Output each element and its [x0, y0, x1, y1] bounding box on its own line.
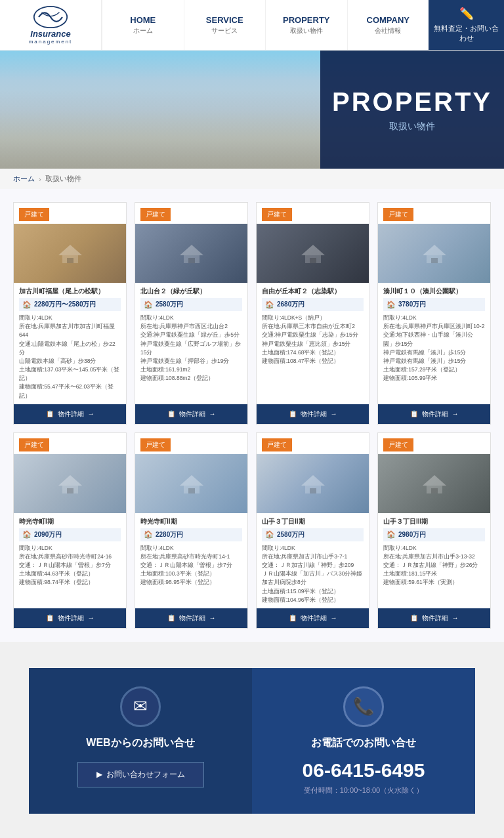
cta-button[interactable]: ✏️ 無料査定・お問い合わせ — [429, 0, 504, 50]
nav-item-property[interactable]: PROPERTY 取扱い物件 — [265, 0, 347, 50]
property-price-box: 🏠2280万円 — [140, 528, 242, 541]
arrow-right-icon: → — [331, 614, 337, 621]
property-desc: 間取り:4LDK 所在地:兵庫県高砂市時光寺町14-1 交通：ＪＲ山陽本線「曽根… — [140, 544, 242, 587]
list-icon: 📋 — [167, 410, 175, 417]
contact-web-title: WEBからのお問い合せ — [86, 736, 194, 750]
property-detail-button[interactable]: 📋物件詳細→ — [135, 608, 247, 628]
svg-marker-4 — [180, 245, 203, 255]
nav-item-service[interactable]: SERVICE サービス — [184, 0, 266, 50]
svg-rect-15 — [67, 488, 74, 493]
nav-en-service: SERVICE — [206, 15, 243, 25]
hero-overlay: PROPERTY 取扱い物件 — [320, 51, 504, 169]
breadcrumb-home[interactable]: ホーム — [13, 174, 35, 184]
list-icon: 📋 — [46, 410, 54, 417]
property-desc: 間取り:4LDK 所在地:兵庫県神戸市兵庫区湊川町10-2 交通:地下鉄西神・山… — [383, 314, 485, 383]
arrow-right-icon: → — [452, 410, 459, 417]
property-card: 戸建て北山台２（緑が丘駅）🏠2580万円間取り:4LDK 所在地:兵庫県神戸市西… — [135, 202, 248, 425]
property-price-box: 🏠2580万円 — [140, 298, 242, 311]
property-image — [257, 224, 369, 283]
contact-form-label: お問い合わせフォーム — [106, 769, 185, 780]
house-price-icon: 🏠 — [265, 530, 274, 539]
property-grid: 戸建て加古川町福屋（尾上の松駅）🏠2280万円〜2580万円間取り:4LDK 所… — [13, 202, 491, 629]
arrow-icon: ▶ — [96, 770, 102, 779]
house-price-icon: 🏠 — [22, 301, 32, 309]
svg-marker-1 — [58, 245, 82, 255]
property-badge: 戸建て — [262, 208, 292, 221]
svg-rect-6 — [188, 258, 195, 263]
arrow-right-icon: → — [88, 410, 94, 417]
property-price: 2980万円 — [398, 530, 426, 539]
property-title: 山手３丁目II期 — [262, 517, 364, 526]
property-detail-button[interactable]: 📋物件詳細→ — [14, 608, 126, 628]
property-card: 戸建て加古川町福屋（尾上の松駅）🏠2280万円〜2580万円間取り:4LDK 所… — [13, 202, 127, 425]
property-image — [14, 224, 126, 283]
property-price: 2280万円 — [156, 530, 183, 539]
detail-label: 物件詳細 — [301, 409, 327, 419]
list-icon: 📋 — [289, 410, 297, 417]
property-card-body: 山手３丁目II期🏠2580万円間取り:4LDK 所在地:兵庫県加古川市山手3-7… — [257, 513, 369, 608]
arrow-right-icon: → — [209, 410, 216, 417]
breadcrumb-current: 取扱い物件 — [45, 174, 81, 184]
svg-marker-22 — [423, 475, 446, 486]
property-detail-button[interactable]: 📋物件詳細→ — [14, 404, 126, 424]
property-price: 2280万円〜2580万円 — [34, 300, 96, 309]
logo-icon — [31, 5, 70, 29]
hero-en: PROPERTY — [332, 87, 492, 117]
nav-ja-company: 会社情報 — [375, 26, 401, 35]
breadcrumb-separator: › — [39, 175, 41, 183]
cta-label: 無料査定・お問い合わせ — [434, 24, 499, 44]
svg-marker-7 — [301, 245, 325, 255]
nav-item-home[interactable]: HOME ホーム — [102, 0, 184, 50]
property-image — [14, 454, 126, 513]
detail-label: 物件詳細 — [301, 614, 327, 623]
nav-en-property: PROPERTY — [283, 15, 330, 25]
property-title: 加古川町福屋（尾上の松駅） — [19, 287, 121, 295]
detail-label: 物件詳細 — [58, 614, 84, 623]
logo-area: Insurance management — [0, 0, 102, 50]
nav-ja-property: 取扱い物件 — [290, 26, 323, 35]
property-title: 山手３丁目III期 — [383, 517, 485, 526]
property-image — [378, 454, 490, 513]
property-detail-button[interactable]: 📋物件詳細→ — [378, 404, 490, 424]
property-price-box: 🏠3780万円 — [383, 298, 485, 311]
property-desc: 間取り:4LDK 所在地:兵庫県加古川市加古川町福屋644 交通:山陽電鉄本線「… — [19, 314, 121, 400]
property-price: 2580万円 — [156, 300, 183, 309]
contact-web-box: ✉ WEBからのお問い合せ ▶ お問い合わせフォーム — [29, 668, 252, 814]
property-card-body: 時光寺町I期🏠2090万円間取り:4LDK 所在地:兵庫県高砂市時光寺町24-1… — [14, 513, 126, 608]
logo-sub: management — [29, 39, 73, 45]
svg-marker-13 — [58, 475, 82, 486]
contact-form-button[interactable]: ▶ お問い合わせフォーム — [77, 762, 204, 787]
nav-ja-service: サービス — [211, 26, 238, 35]
nav-item-company[interactable]: COMPANY 会社情報 — [347, 0, 429, 50]
property-detail-button[interactable]: 📋物件詳細→ — [257, 404, 369, 424]
main-nav: HOME ホーム SERVICE サービス PROPERTY 取扱い物件 COM… — [102, 0, 429, 50]
nav-en-company: COMPANY — [367, 15, 410, 25]
property-desc: 間取り:4LDK 所在地:兵庫県神戸市西区北山台2 交通:神戸電鉄粟生線「緑が丘… — [140, 314, 242, 383]
svg-rect-12 — [431, 258, 438, 263]
svg-rect-24 — [431, 488, 438, 493]
property-section: 戸建て加古川町福屋（尾上の松駅）🏠2280万円〜2580万円間取り:4LDK 所… — [0, 189, 504, 642]
property-price-box: 🏠2280万円〜2580万円 — [19, 298, 121, 311]
property-image — [257, 454, 369, 513]
property-title: 時光寺町II期 — [140, 517, 242, 526]
contact-hours: 受付時間：10:00~18:00（火水除く） — [304, 786, 423, 795]
arrow-right-icon: → — [88, 614, 94, 621]
property-badge: 戸建て — [383, 438, 413, 451]
detail-label: 物件詳細 — [58, 409, 84, 419]
arrow-right-icon: → — [452, 614, 459, 621]
hero-city-overlay — [0, 90, 320, 169]
property-card-body: 北山台２（緑が丘駅）🏠2580万円間取り:4LDK 所在地:兵庫県神戸市西区北山… — [135, 283, 247, 404]
property-card: 戸建て山手３丁目II期🏠2580万円間取り:4LDK 所在地:兵庫県加古川市山手… — [256, 432, 369, 629]
contact-phone-number[interactable]: 06-6415-6495 — [303, 759, 425, 782]
property-image — [135, 454, 247, 513]
logo-text: Insurance — [30, 29, 70, 39]
property-card: 戸建て自由が丘本町２（志染駅）🏠2680万円間取り:4LDK+S（納戸） 所在地… — [256, 202, 369, 425]
svg-marker-16 — [180, 475, 203, 486]
list-icon: 📋 — [410, 614, 418, 621]
property-image — [378, 224, 490, 283]
property-detail-button[interactable]: 📋物件詳細→ — [135, 404, 247, 424]
property-title: 時光寺町I期 — [19, 517, 121, 526]
property-detail-button[interactable]: 📋物件詳細→ — [378, 608, 490, 628]
property-detail-button[interactable]: 📋物件詳細→ — [257, 608, 369, 628]
nav-en-home: HOME — [130, 15, 156, 25]
